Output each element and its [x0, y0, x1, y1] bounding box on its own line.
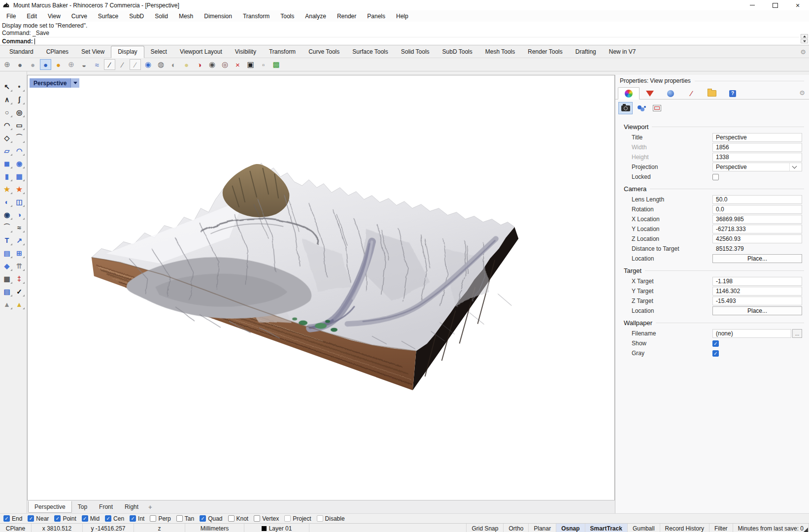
value-input[interactable]: 1338: [712, 153, 802, 162]
new-viewport-icon[interactable]: +: [148, 503, 152, 511]
artistic-mode-icon[interactable]: ≈: [91, 59, 102, 70]
explode-flash-icon[interactable]: ★: [13, 184, 25, 195]
toolbar-tab-visibility[interactable]: Visibility: [229, 46, 263, 58]
osnap-disable[interactable]: Disable: [317, 515, 345, 522]
value-input[interactable]: 50.0: [712, 195, 802, 204]
command-history-scrollbar[interactable]: [801, 34, 808, 44]
no-shade-icon[interactable]: ×: [232, 59, 243, 70]
rendered-mode-icon[interactable]: ●: [40, 59, 51, 70]
polygon-icon[interactable]: ◇: [1, 133, 13, 143]
ghosted-mode-icon[interactable]: ●: [27, 59, 38, 70]
menu-surface[interactable]: Surface: [93, 11, 124, 21]
value-dropdown[interactable]: Perspective: [712, 163, 802, 171]
status-millimeters[interactable]: Millimeters: [185, 524, 244, 532]
place-button[interactable]: Place...: [712, 254, 802, 263]
shaded-mode-icon[interactable]: ●: [14, 59, 26, 70]
osnap-perp[interactable]: Perp: [150, 515, 170, 522]
minimize-button[interactable]: [741, 0, 764, 10]
menu-dimension[interactable]: Dimension: [199, 11, 237, 21]
control-point-curve-icon[interactable]: ʃ: [13, 94, 25, 105]
resize-grip-icon[interactable]: [804, 528, 808, 532]
cylinder-icon[interactable]: ▮: [1, 171, 13, 182]
eye-view-icon[interactable]: ◉: [206, 59, 218, 70]
toolbar-tab-new-in-v7[interactable]: New in V7: [603, 46, 642, 58]
place-button[interactable]: Place...: [712, 306, 802, 315]
osnap-checkbox[interactable]: [228, 515, 235, 522]
grid-array-icon[interactable]: ▦: [1, 273, 13, 284]
viewport-title-text[interactable]: Perspective: [30, 78, 70, 88]
toolbar-tab-solid-tools[interactable]: Solid Tools: [395, 46, 436, 58]
osnap-checkbox[interactable]: [28, 515, 34, 522]
status-layer-01[interactable]: Layer 01: [244, 524, 309, 532]
pen-lines-mode-icon[interactable]: ∕: [130, 59, 141, 70]
menu-tools[interactable]: Tools: [275, 11, 300, 21]
toolbar-tab-standard[interactable]: Standard: [3, 46, 40, 58]
annotation-tab[interactable]: ∕: [681, 88, 702, 99]
value-input[interactable]: -62718.333: [712, 225, 802, 233]
command-area[interactable]: Display mode set to "Rendered". Command:…: [0, 22, 809, 45]
status-filter[interactable]: Filter: [709, 524, 733, 532]
osnap-checkbox[interactable]: [82, 515, 88, 522]
status-ortho[interactable]: Ortho: [504, 524, 529, 532]
boolean-difference-icon[interactable]: ◑: [13, 209, 25, 220]
boolean-union-icon[interactable]: ◉: [1, 209, 13, 220]
raytraced-mode-icon[interactable]: ●: [53, 59, 64, 70]
osnap-checkbox[interactable]: [54, 515, 61, 522]
toolbar-tab-surface-tools[interactable]: Surface Tools: [346, 46, 395, 58]
pin-view-icon[interactable]: ◎: [219, 59, 231, 70]
toolbar-tab-transform[interactable]: Transform: [263, 46, 302, 58]
rectangle-icon[interactable]: ▭: [13, 120, 25, 131]
surface-curved-icon[interactable]: ◠: [13, 145, 25, 156]
trim-icon[interactable]: ◐: [1, 197, 13, 207]
filename-input[interactable]: (none): [712, 329, 791, 338]
xray-mode-icon[interactable]: ⊕: [66, 59, 77, 70]
material-tab[interactable]: [640, 88, 660, 99]
osnap-quad[interactable]: Quad: [200, 515, 222, 522]
check-selection-icon[interactable]: ✓: [13, 286, 25, 297]
osnap-int[interactable]: Int: [130, 515, 144, 522]
viewport-menu-arrow[interactable]: [70, 78, 79, 88]
arctic-mode-icon[interactable]: ●: [181, 59, 192, 70]
osnap-checkbox[interactable]: [3, 515, 10, 522]
render-preview-mode-icon[interactable]: ◉: [142, 59, 154, 70]
value-input[interactable]: 0.0: [712, 205, 802, 214]
menu-solid[interactable]: Solid: [149, 11, 173, 21]
viewport-tab-front[interactable]: Front: [93, 501, 119, 512]
value-input[interactable]: 36869.985: [712, 215, 802, 224]
array-blocks-icon[interactable]: ▤: [1, 248, 13, 259]
osnap-end[interactable]: End: [3, 515, 22, 522]
osnap-checkbox[interactable]: [150, 515, 156, 522]
value-input[interactable]: -1.198: [712, 277, 802, 286]
status-grid-snap[interactable]: Grid Snap: [467, 524, 504, 532]
viewport-tab-perspective[interactable]: Perspective: [28, 501, 72, 513]
move-copy-icon[interactable]: ↗: [13, 235, 25, 246]
menu-render[interactable]: Render: [332, 11, 362, 21]
cplane-target-icon[interactable]: ◑: [194, 59, 205, 70]
extrude-icon[interactable]: ⇈: [13, 261, 25, 271]
menu-mesh[interactable]: Mesh: [173, 11, 199, 21]
checkbox-locked[interactable]: [712, 174, 719, 180]
camera-subtab[interactable]: [618, 102, 633, 114]
menu-view[interactable]: View: [42, 11, 66, 21]
fillet-curves-icon[interactable]: ⌒: [1, 222, 13, 233]
osnap-tan[interactable]: Tan: [176, 515, 194, 522]
osnap-project[interactable]: Project: [284, 515, 311, 522]
layer-tools-icon[interactable]: ▤: [1, 286, 13, 297]
viewport-tab-top[interactable]: Top: [72, 501, 93, 512]
toolbar-tab-curve-tools[interactable]: Curve Tools: [302, 46, 346, 58]
box-icon[interactable]: ◼: [1, 158, 13, 169]
curve-blend-icon[interactable]: ⌒: [13, 133, 25, 143]
checkbox-show[interactable]: [712, 340, 719, 347]
pen-mode-icon[interactable]: ∕: [104, 59, 115, 70]
browse-button[interactable]: ...: [792, 329, 802, 338]
copy-object-icon[interactable]: ⊞: [13, 248, 25, 259]
surface-plane-icon[interactable]: ▱: [1, 145, 13, 156]
viewport-frame-subtab[interactable]: [650, 102, 664, 114]
command-prompt[interactable]: Command:: [2, 37, 799, 45]
value-input[interactable]: 1146.302: [712, 287, 802, 296]
sphere-icon[interactable]: ◉: [13, 158, 25, 169]
shade-selected-icon[interactable]: ◍: [155, 59, 167, 70]
osnap-checkbox[interactable]: [317, 515, 323, 522]
status-planar[interactable]: Planar: [529, 524, 556, 532]
close-button[interactable]: ×: [786, 0, 809, 10]
